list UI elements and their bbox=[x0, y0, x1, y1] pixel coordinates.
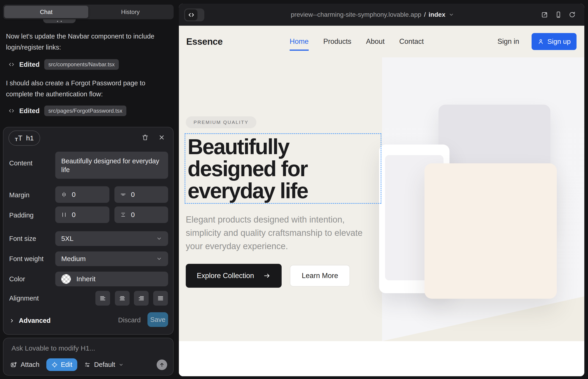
attach-button[interactable]: Attach bbox=[10, 361, 39, 368]
sliders-icon bbox=[84, 362, 91, 368]
hero-description: Elegant products designed with intention… bbox=[186, 213, 374, 253]
sign-in-link[interactable]: Sign in bbox=[497, 37, 519, 46]
tab-history[interactable]: History bbox=[88, 6, 172, 18]
margin-y-input[interactable]: 0 bbox=[114, 186, 168, 203]
site-canvas: Essence Home Products About Contact Sign… bbox=[179, 26, 584, 376]
save-button[interactable]: Save bbox=[147, 312, 168, 327]
open-in-new-tab-button[interactable] bbox=[541, 11, 549, 19]
advanced-label: Advanced bbox=[19, 317, 51, 324]
learn-more-label: Learn More bbox=[302, 272, 338, 280]
font-weight-select[interactable]: Medium bbox=[55, 252, 168, 266]
color-swatch-transparent bbox=[61, 274, 71, 284]
delete-element-button[interactable] bbox=[140, 133, 150, 142]
chat-message: I should also create a Forgot Password p… bbox=[6, 78, 165, 100]
hero-heading-line: designed for bbox=[187, 158, 308, 180]
element-tag-label: h1 bbox=[26, 134, 34, 142]
align-justify-button[interactable] bbox=[153, 291, 168, 306]
preview-panel: preview--charming-site-symphony.lovable.… bbox=[179, 4, 584, 376]
margin-y-value: 0 bbox=[131, 191, 135, 198]
site-hero: PREMIUM QUALITY Beautifully designed for… bbox=[179, 57, 584, 341]
lovable-app-window: Chat History Now let's update the Navbar… bbox=[0, 0, 588, 379]
nav-link-about[interactable]: About bbox=[366, 37, 385, 46]
trash-icon bbox=[141, 134, 149, 141]
sign-up-button[interactable]: Sign up bbox=[532, 33, 576, 50]
nav-link-home[interactable]: Home bbox=[290, 37, 309, 46]
close-icon bbox=[158, 134, 165, 141]
font-size-select[interactable]: 5XL bbox=[55, 231, 168, 246]
edit-mode-button[interactable]: Edit bbox=[46, 358, 77, 371]
explore-collection-button[interactable]: Explore Collection bbox=[186, 264, 282, 288]
preview-url-bar[interactable]: preview--charming-site-symphony.lovable.… bbox=[211, 4, 534, 26]
prompt-input[interactable] bbox=[11, 344, 163, 352]
mobile-device-icon bbox=[555, 11, 562, 18]
target-icon bbox=[51, 362, 58, 368]
padding-label: Padding bbox=[9, 211, 33, 219]
chat-message: Now let's update the Navbar component to… bbox=[6, 31, 165, 53]
url-host: preview--charming-site-symphony.lovable.… bbox=[291, 11, 421, 18]
edited-file-row[interactable]: Edited src/components/Navbar.tsx bbox=[8, 59, 119, 70]
arrow-up-icon bbox=[159, 362, 165, 368]
refresh-button[interactable] bbox=[568, 11, 576, 19]
margin-x-value: 0 bbox=[72, 191, 76, 198]
align-center-button[interactable] bbox=[115, 291, 130, 306]
prompt-box: Attach Edit Default bbox=[3, 338, 174, 376]
site-logo[interactable]: Essence bbox=[186, 26, 223, 57]
padding-vertical-icon bbox=[120, 211, 126, 218]
code-toggle-segment[interactable] bbox=[185, 9, 198, 20]
send-button[interactable] bbox=[157, 360, 167, 370]
content-label: Content bbox=[9, 159, 32, 167]
tab-chat[interactable]: Chat bbox=[4, 6, 88, 18]
chevron-down-icon bbox=[156, 256, 162, 262]
nav-link-products[interactable]: Products bbox=[323, 37, 351, 46]
learn-more-button[interactable]: Learn More bbox=[290, 265, 350, 286]
discard-button[interactable]: Discard bbox=[118, 316, 140, 324]
preview-topbar: preview--charming-site-symphony.lovable.… bbox=[179, 4, 584, 26]
close-editor-button[interactable] bbox=[157, 133, 166, 142]
chevron-down-icon bbox=[119, 362, 124, 367]
alignment-label: Alignment bbox=[9, 295, 39, 302]
margin-horizontal-icon bbox=[61, 191, 67, 198]
chat-sidebar: Chat History Now let's update the Navbar… bbox=[0, 0, 179, 379]
hero-heading[interactable]: Beautifully designed for everyday life bbox=[187, 136, 308, 202]
edited-label: Edited bbox=[19, 107, 40, 115]
code-icon bbox=[8, 61, 15, 68]
padding-y-input[interactable]: 0 bbox=[114, 206, 168, 223]
site-nav-links: Home Products About Contact bbox=[290, 26, 424, 57]
content-input[interactable]: Beautifully designed for everyday life bbox=[55, 152, 168, 179]
arrow-right-icon bbox=[263, 272, 271, 279]
url-page: index bbox=[429, 11, 445, 18]
edit-label: Edit bbox=[61, 361, 72, 368]
padding-horizontal-icon bbox=[61, 211, 67, 218]
hero-decor-card-cream bbox=[424, 163, 557, 299]
margin-vertical-icon bbox=[120, 191, 126, 198]
hero-cta-row: Explore Collection Learn More bbox=[186, 264, 350, 288]
file-chip[interactable]: src/components/Navbar.tsx bbox=[44, 59, 119, 70]
margin-x-input[interactable]: 0 bbox=[55, 186, 109, 203]
attach-label: Attach bbox=[21, 361, 39, 368]
color-select[interactable]: Inherit bbox=[55, 272, 168, 286]
element-editor-panel: TT h1 Content Beautifully designed for e… bbox=[3, 127, 174, 335]
align-left-icon bbox=[99, 295, 106, 302]
padding-x-input[interactable]: 0 bbox=[55, 206, 109, 223]
user-icon bbox=[538, 38, 544, 45]
edited-file-row[interactable]: Edited src/pages/ForgotPassword.tsx bbox=[8, 106, 126, 116]
code-icon bbox=[188, 12, 195, 18]
chevron-right-icon bbox=[9, 318, 15, 323]
align-right-button[interactable] bbox=[134, 291, 149, 306]
default-label: Default bbox=[94, 361, 115, 368]
align-left-button[interactable] bbox=[95, 291, 110, 306]
file-chip[interactable]: src/pages/ForgotPassword.tsx bbox=[44, 106, 127, 116]
hero-heading-line: everyday life bbox=[187, 180, 308, 202]
sign-up-label: Sign up bbox=[547, 38, 571, 46]
site-auth-actions: Sign in Sign up bbox=[497, 26, 576, 57]
advanced-toggle[interactable]: Advanced bbox=[9, 317, 51, 324]
align-center-icon bbox=[119, 295, 126, 302]
nav-link-contact[interactable]: Contact bbox=[399, 37, 424, 46]
selected-element-tag[interactable]: TT h1 bbox=[8, 130, 40, 146]
scrolled-chip-peek bbox=[43, 19, 76, 23]
chevron-down-icon bbox=[449, 12, 454, 17]
default-mode-select[interactable]: Default bbox=[84, 361, 124, 368]
url-separator: / bbox=[424, 11, 426, 18]
code-preview-toggle[interactable] bbox=[184, 8, 204, 21]
mobile-view-button[interactable] bbox=[555, 11, 562, 19]
